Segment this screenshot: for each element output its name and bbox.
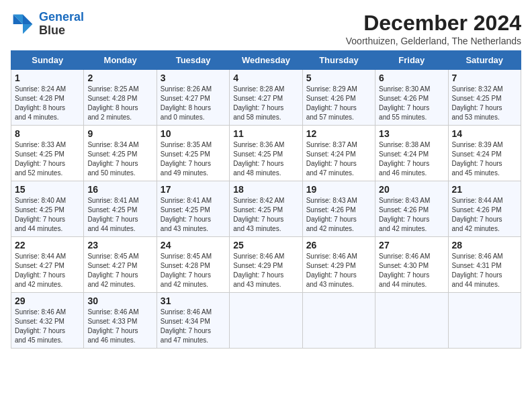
day-number: 5 xyxy=(306,73,371,83)
calendar-cell: 9Sunrise: 8:34 AM Sunset: 4:25 PM Daylig… xyxy=(84,126,157,181)
day-info: Sunrise: 8:46 AM Sunset: 4:31 PM Dayligh… xyxy=(452,252,517,289)
calendar-cell: 21Sunrise: 8:44 AM Sunset: 4:26 PM Dayli… xyxy=(448,181,521,237)
day-number: 15 xyxy=(15,184,80,195)
day-number: 13 xyxy=(379,128,444,139)
header-thursday: Thursday xyxy=(302,51,375,70)
day-number: 19 xyxy=(306,184,371,195)
calendar-cell: 7Sunrise: 8:32 AM Sunset: 4:25 PM Daylig… xyxy=(448,70,521,126)
logo-line1: General xyxy=(39,10,84,24)
day-info: Sunrise: 8:35 AM Sunset: 4:25 PM Dayligh… xyxy=(161,140,226,178)
day-number: 27 xyxy=(379,240,444,250)
day-info: Sunrise: 8:39 AM Sunset: 4:24 PM Dayligh… xyxy=(452,140,517,178)
calendar-cell: 17Sunrise: 8:41 AM Sunset: 4:25 PM Dayli… xyxy=(157,181,229,237)
day-number: 11 xyxy=(233,128,298,139)
calendar-header-row: SundayMondayTuesdayWednesdayThursdayFrid… xyxy=(11,51,521,70)
day-info: Sunrise: 8:34 AM Sunset: 4:25 PM Dayligh… xyxy=(87,140,152,178)
day-info: Sunrise: 8:46 AM Sunset: 4:34 PM Dayligh… xyxy=(161,308,226,345)
day-number: 24 xyxy=(161,240,226,250)
day-number: 16 xyxy=(87,184,152,195)
day-info: Sunrise: 8:28 AM Sunset: 4:27 PM Dayligh… xyxy=(233,85,298,122)
header-sunday: Sunday xyxy=(11,51,84,70)
calendar-cell: 13Sunrise: 8:38 AM Sunset: 4:24 PM Dayli… xyxy=(375,126,448,181)
calendar-cell: 30Sunrise: 8:46 AM Sunset: 4:33 PM Dayli… xyxy=(84,293,157,349)
day-number: 7 xyxy=(452,73,517,83)
day-number: 31 xyxy=(161,295,226,306)
day-info: Sunrise: 8:44 AM Sunset: 4:26 PM Dayligh… xyxy=(452,196,517,234)
day-number: 28 xyxy=(452,240,517,250)
calendar-cell: 14Sunrise: 8:39 AM Sunset: 4:24 PM Dayli… xyxy=(448,126,521,181)
calendar-cell: 10Sunrise: 8:35 AM Sunset: 4:25 PM Dayli… xyxy=(157,126,229,181)
day-info: Sunrise: 8:37 AM Sunset: 4:24 PM Dayligh… xyxy=(306,140,371,178)
calendar-week-row: 15Sunrise: 8:40 AM Sunset: 4:25 PM Dayli… xyxy=(11,181,521,237)
calendar-week-row: 1Sunrise: 8:24 AM Sunset: 4:28 PM Daylig… xyxy=(11,70,521,126)
calendar-week-row: 8Sunrise: 8:33 AM Sunset: 4:25 PM Daylig… xyxy=(11,126,521,181)
calendar-cell: 12Sunrise: 8:37 AM Sunset: 4:24 PM Dayli… xyxy=(302,126,375,181)
calendar-week-row: 22Sunrise: 8:44 AM Sunset: 4:27 PM Dayli… xyxy=(11,237,521,293)
header-monday: Monday xyxy=(84,51,157,70)
calendar-cell: 20Sunrise: 8:43 AM Sunset: 4:26 PM Dayli… xyxy=(375,181,448,237)
calendar-cell: 15Sunrise: 8:40 AM Sunset: 4:25 PM Dayli… xyxy=(11,181,84,237)
calendar-table: SundayMondayTuesdayWednesdayThursdayFrid… xyxy=(11,50,521,349)
logo-text: General Blue xyxy=(39,11,84,38)
calendar-cell: 22Sunrise: 8:44 AM Sunset: 4:27 PM Dayli… xyxy=(11,237,84,293)
calendar-cell: 29Sunrise: 8:46 AM Sunset: 4:32 PM Dayli… xyxy=(11,293,84,349)
day-number: 8 xyxy=(15,128,80,139)
calendar-cell: 19Sunrise: 8:43 AM Sunset: 4:26 PM Dayli… xyxy=(302,181,375,237)
day-number: 17 xyxy=(161,184,226,195)
svg-marker-0 xyxy=(23,14,32,24)
day-info: Sunrise: 8:26 AM Sunset: 4:27 PM Dayligh… xyxy=(161,85,226,122)
calendar-cell: 24Sunrise: 8:45 AM Sunset: 4:28 PM Dayli… xyxy=(157,237,229,293)
day-info: Sunrise: 8:46 AM Sunset: 4:29 PM Dayligh… xyxy=(233,252,298,289)
day-number: 12 xyxy=(306,128,371,139)
day-number: 9 xyxy=(87,128,152,139)
header-saturday: Saturday xyxy=(448,51,521,70)
header-tuesday: Tuesday xyxy=(157,51,229,70)
day-number: 14 xyxy=(452,128,517,139)
day-number: 30 xyxy=(87,295,152,306)
calendar-cell: 18Sunrise: 8:42 AM Sunset: 4:25 PM Dayli… xyxy=(230,181,302,237)
location-subtitle: Voorthuizen, Gelderland, The Netherlands xyxy=(346,36,521,46)
header: General Blue December 2024 Voorthuizen, … xyxy=(11,11,521,46)
day-info: Sunrise: 8:41 AM Sunset: 4:25 PM Dayligh… xyxy=(161,196,226,234)
day-info: Sunrise: 8:38 AM Sunset: 4:24 PM Dayligh… xyxy=(379,140,444,178)
day-info: Sunrise: 8:30 AM Sunset: 4:26 PM Dayligh… xyxy=(379,85,444,122)
svg-marker-1 xyxy=(23,24,32,34)
day-info: Sunrise: 8:44 AM Sunset: 4:27 PM Dayligh… xyxy=(15,252,80,289)
header-friday: Friday xyxy=(375,51,448,70)
day-number: 20 xyxy=(379,184,444,195)
day-info: Sunrise: 8:42 AM Sunset: 4:25 PM Dayligh… xyxy=(233,196,298,234)
calendar-cell: 5Sunrise: 8:29 AM Sunset: 4:26 PM Daylig… xyxy=(302,70,375,126)
title-area: December 2024 Voorthuizen, Gelderland, T… xyxy=(346,11,521,46)
day-number: 6 xyxy=(379,73,444,83)
calendar-cell: 8Sunrise: 8:33 AM Sunset: 4:25 PM Daylig… xyxy=(11,126,84,181)
calendar-cell: 3Sunrise: 8:26 AM Sunset: 4:27 PM Daylig… xyxy=(157,70,229,126)
day-number: 1 xyxy=(15,73,80,83)
day-info: Sunrise: 8:46 AM Sunset: 4:29 PM Dayligh… xyxy=(306,252,371,289)
day-info: Sunrise: 8:46 AM Sunset: 4:32 PM Dayligh… xyxy=(15,308,80,345)
day-number: 2 xyxy=(87,73,152,83)
calendar-cell xyxy=(448,293,521,349)
day-number: 10 xyxy=(161,128,226,139)
day-info: Sunrise: 8:29 AM Sunset: 4:26 PM Dayligh… xyxy=(306,85,371,122)
day-info: Sunrise: 8:45 AM Sunset: 4:28 PM Dayligh… xyxy=(161,252,226,289)
month-title: December 2024 xyxy=(346,11,521,36)
day-number: 4 xyxy=(233,73,298,83)
day-number: 21 xyxy=(452,184,517,195)
day-info: Sunrise: 8:41 AM Sunset: 4:25 PM Dayligh… xyxy=(87,196,152,234)
day-number: 26 xyxy=(306,240,371,250)
calendar-cell: 26Sunrise: 8:46 AM Sunset: 4:29 PM Dayli… xyxy=(302,237,375,293)
day-info: Sunrise: 8:40 AM Sunset: 4:25 PM Dayligh… xyxy=(15,196,80,234)
calendar-cell xyxy=(230,293,302,349)
calendar-cell xyxy=(302,293,375,349)
day-number: 25 xyxy=(233,240,298,250)
day-info: Sunrise: 8:36 AM Sunset: 4:25 PM Dayligh… xyxy=(233,140,298,178)
calendar-cell: 16Sunrise: 8:41 AM Sunset: 4:25 PM Dayli… xyxy=(84,181,157,237)
day-number: 23 xyxy=(87,240,152,250)
day-info: Sunrise: 8:45 AM Sunset: 4:27 PM Dayligh… xyxy=(87,252,152,289)
calendar-cell: 4Sunrise: 8:28 AM Sunset: 4:27 PM Daylig… xyxy=(230,70,302,126)
calendar-cell: 27Sunrise: 8:46 AM Sunset: 4:30 PM Dayli… xyxy=(375,237,448,293)
calendar-cell: 23Sunrise: 8:45 AM Sunset: 4:27 PM Dayli… xyxy=(84,237,157,293)
day-number: 29 xyxy=(15,295,80,306)
day-info: Sunrise: 8:24 AM Sunset: 4:28 PM Dayligh… xyxy=(15,85,80,122)
logo: General Blue xyxy=(11,11,84,38)
